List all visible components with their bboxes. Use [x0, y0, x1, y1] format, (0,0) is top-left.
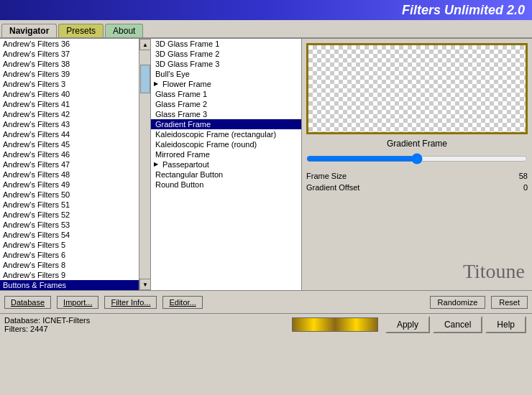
middle-list-item[interactable]: 3D Glass Frame 1 — [151, 39, 301, 49]
filters-value: 2447 — [30, 325, 47, 333]
randomize-btn[interactable]: Randomize — [430, 296, 486, 309]
left-list-item[interactable]: Andrew's Filters 42 — [0, 109, 139, 119]
left-list-item[interactable]: Andrew's Filters 53 — [0, 220, 139, 230]
editor-btn[interactable]: Editor... — [162, 296, 202, 309]
left-list-item[interactable]: Andrew's Filters 47 — [0, 159, 139, 169]
title-bar: Filters Unlimited 2.0 — [0, 0, 532, 20]
middle-list-item[interactable]: Bull's Eye — [151, 69, 301, 79]
left-list-item[interactable]: Andrew's Filters 51 — [0, 200, 139, 210]
middle-list-item[interactable]: Mirrored Frame — [151, 149, 301, 159]
middle-list-item[interactable]: Gradient Frame — [151, 119, 301, 129]
bottom-toolbar: Database Import... Filter Info... Editor… — [0, 290, 532, 313]
right-panel: Gradient Frame Frame Size58Gradient Offs… — [302, 39, 532, 290]
middle-list-item[interactable]: Kaleidoscopic Frame (round) — [151, 139, 301, 149]
left-list-item[interactable]: Andrew's Filters 5 — [0, 240, 139, 250]
left-list-item[interactable]: Andrew's Filters 46 — [0, 149, 139, 159]
apply-btn[interactable]: Apply — [385, 316, 430, 333]
database-btn[interactable]: Database — [4, 296, 51, 309]
scroll-up-btn[interactable]: ▲ — [139, 39, 151, 50]
scroll-track — [139, 50, 150, 279]
left-list-item[interactable]: Andrew's Filters 54 — [0, 230, 139, 240]
import-btn[interactable]: Import... — [57, 296, 98, 309]
tab-presets[interactable]: Presets — [58, 24, 104, 37]
middle-list-item[interactable]: Rectangular Button — [151, 169, 301, 180]
left-list-item[interactable]: Andrew's Filters 39 — [0, 69, 139, 79]
reset-btn[interactable]: Reset — [491, 296, 528, 309]
left-list-item[interactable]: Andrew's Filters 48 — [0, 169, 139, 180]
preview-checkerboard — [308, 45, 526, 132]
left-list-item[interactable]: Andrew's Filters 36 — [0, 39, 139, 49]
left-list-item[interactable]: Andrew's Filters 40 — [0, 89, 139, 99]
middle-list-item[interactable]: Round Button — [151, 180, 301, 190]
tab-bar: Navigator Presets About — [0, 20, 532, 37]
scroll-thumb[interactable] — [140, 65, 150, 93]
left-list-item[interactable]: Andrew's Filters 38 — [0, 59, 139, 69]
filters-label: Filters: — [4, 325, 28, 333]
tab-navigator[interactable]: Navigator — [1, 24, 57, 37]
scroll-down-btn[interactable]: ▼ — [139, 279, 151, 290]
left-list-item[interactable]: Andrew's Filters 44 — [0, 129, 139, 139]
left-list-item[interactable]: Andrew's Filters 41 — [0, 99, 139, 109]
preview-slider[interactable] — [306, 153, 528, 164]
param-row: Frame Size58 — [306, 170, 528, 182]
left-list-item[interactable]: Buttons & Frames — [0, 280, 139, 290]
signature-area: Titoune — [306, 193, 528, 286]
signature: Titoune — [463, 260, 525, 283]
left-list-item[interactable]: Andrew's Filters 52 — [0, 210, 139, 220]
preview-frame — [306, 43, 528, 134]
middle-list-item[interactable]: Glass Frame 2 — [151, 99, 301, 109]
left-scrollbar[interactable]: ▲ ▼ — [139, 39, 150, 290]
tab-about[interactable]: About — [105, 24, 143, 37]
middle-list-item[interactable]: 3D Glass Frame 3 — [151, 59, 301, 69]
filter-category-list[interactable]: Andrew's Filters 36Andrew's Filters 37An… — [0, 39, 139, 290]
cancel-btn[interactable]: Cancel — [433, 316, 482, 333]
param-row: Gradient Offset0 — [306, 182, 528, 193]
left-list-item[interactable]: Andrew's Filters 9 — [0, 270, 139, 280]
left-list-item[interactable]: Andrew's Filters 49 — [0, 180, 139, 190]
middle-list-item[interactable]: 3D Glass Frame 2 — [151, 49, 301, 59]
gradient-swatch[interactable] — [292, 317, 378, 332]
filter-info-btn[interactable]: Filter Info... — [104, 296, 157, 309]
content-area: Andrew's Filters 36Andrew's Filters 37An… — [0, 37, 532, 290]
toolbar-right: Randomize Reset — [430, 296, 528, 309]
database-value: ICNET-Filters — [42, 316, 90, 325]
left-list-item[interactable]: Andrew's Filters 3 — [0, 79, 139, 89]
status-info: Database: ICNET-Filters Filters: 2447 — [4, 316, 286, 333]
preview-label: Gradient Frame — [306, 137, 528, 150]
filter-item-list[interactable]: 3D Glass Frame 13D Glass Frame 23D Glass… — [151, 39, 302, 290]
left-list-item[interactable]: Andrew's Filters 50 — [0, 190, 139, 200]
status-bar: Database: ICNET-Filters Filters: 2447 Ap… — [0, 313, 532, 335]
middle-list-item[interactable]: Passepartout — [151, 159, 301, 169]
middle-list-item[interactable]: Kaleidoscopic Frame (rectangular) — [151, 129, 301, 139]
middle-list-item[interactable]: Flower Frame — [151, 79, 301, 89]
left-list-item[interactable]: Andrew's Filters 43 — [0, 119, 139, 129]
left-list-item[interactable]: Andrew's Filters 8 — [0, 260, 139, 270]
app-title: Filters Unlimited 2.0 — [402, 3, 525, 18]
left-list-item[interactable]: Andrew's Filters 45 — [0, 139, 139, 149]
param-rows: Frame Size58Gradient Offset0 — [306, 170, 528, 193]
left-panel: Andrew's Filters 36Andrew's Filters 37An… — [0, 39, 151, 290]
left-list-item[interactable]: Andrew's Filters 37 — [0, 49, 139, 59]
middle-list-item[interactable]: Glass Frame 1 — [151, 89, 301, 99]
help-btn[interactable]: Help — [485, 316, 526, 333]
middle-list-item[interactable]: Glass Frame 3 — [151, 109, 301, 119]
database-label: Database: — [4, 316, 40, 325]
left-list-item[interactable]: Andrew's Filters 6 — [0, 250, 139, 260]
